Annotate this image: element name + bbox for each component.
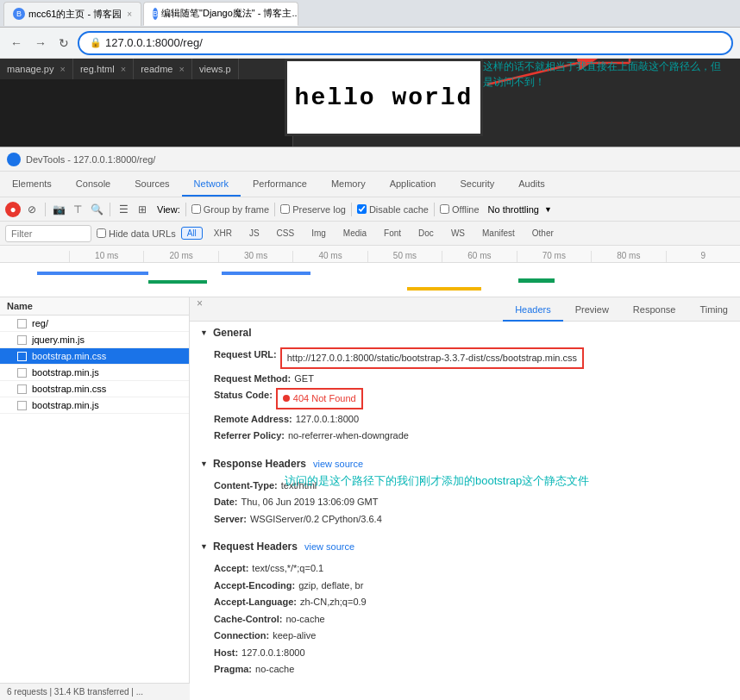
hide-data-urls-checkbox[interactable]: [97, 228, 106, 238]
hello-world-text: hello world: [295, 84, 473, 111]
dt-tab-network[interactable]: Network: [182, 171, 241, 197]
group-by-frame-checkbox[interactable]: [191, 204, 201, 214]
response-headers-section-header[interactable]: Response Headers view source: [190, 453, 740, 475]
editor-tab-manage[interactable]: manage.py ×: [0, 59, 73, 79]
file-item-bootstrap-js-2[interactable]: bootstrap.min.js: [0, 397, 189, 414]
view-list-button[interactable]: ☰: [116, 202, 131, 217]
request-headers-section-header[interactable]: Request Headers view source: [190, 535, 740, 558]
disable-cache-label[interactable]: Disable cache: [357, 204, 429, 215]
dt-tab-audits[interactable]: Audits: [506, 171, 557, 197]
stop-button[interactable]: ⊘: [24, 202, 40, 217]
status-bar: 6 requests | 31.4 KB transferred | ...: [0, 683, 190, 700]
forward-button[interactable]: →: [31, 33, 50, 53]
file-item-bootstrap-js-1[interactable]: bootstrap.min.js: [0, 365, 189, 381]
toolbar-separator-5: [351, 203, 352, 216]
request-method-row: Request Method: GET: [214, 372, 730, 386]
filter-type-other[interactable]: Other: [526, 227, 560, 240]
accept-encoding-label: Accept-Encoding:: [214, 578, 295, 593]
host-label: Host:: [214, 646, 238, 660]
filter-type-doc[interactable]: Doc: [412, 227, 440, 240]
accept-language-value: zh-CN,zh;q=0.9: [300, 595, 367, 609]
dt-tab-performance[interactable]: Performance: [241, 171, 319, 197]
file-item-bootstrap-css-1[interactable]: bootstrap.min.css: [0, 348, 189, 365]
reload-button[interactable]: ↻: [55, 33, 72, 53]
file-checkbox-bootstrap-css-2[interactable]: [17, 384, 27, 394]
details-tab-response[interactable]: Response: [621, 297, 688, 322]
filter-bar: Hide data URLs All XHR JS CSS Img Media …: [0, 222, 740, 246]
filter-type-font[interactable]: Font: [378, 227, 407, 240]
file-checkbox-bootstrap-js-2[interactable]: [17, 401, 27, 410]
accept-value: text/css,*/*;q=0.1: [252, 561, 323, 576]
filter-type-xhr[interactable]: XHR: [208, 227, 238, 240]
file-item-bootstrap-css-2[interactable]: bootstrap.min.css: [0, 381, 189, 397]
filter-type-js[interactable]: JS: [243, 227, 266, 240]
file-item-reg[interactable]: reg/: [0, 316, 189, 332]
filter-type-img[interactable]: Img: [305, 227, 332, 240]
file-checkbox-bootstrap-js-1[interactable]: [17, 368, 27, 378]
tab-close-main[interactable]: ×: [127, 9, 132, 19]
general-section-header[interactable]: General: [190, 322, 740, 344]
dt-tab-application[interactable]: Application: [378, 171, 448, 197]
tab-active[interactable]: B 编辑随笔"Django魔法" - 博客主... ×: [143, 2, 298, 26]
details-tab-timing[interactable]: Timing: [687, 297, 740, 322]
hello-world-box: hello world: [285, 59, 483, 136]
filter-type-manifest[interactable]: Manifest: [476, 227, 521, 240]
editor-tab-close-reg[interactable]: ×: [121, 64, 126, 74]
dt-tab-elements[interactable]: Elements: [0, 171, 64, 197]
ruler-mark-90ms: 9: [666, 251, 740, 262]
timeline-bars: [0, 263, 740, 297]
dt-tab-console[interactable]: Console: [64, 171, 122, 197]
details-close-button[interactable]: ×: [190, 297, 210, 321]
details-tab-preview[interactable]: Preview: [563, 297, 621, 322]
offline-label[interactable]: Offline: [440, 204, 480, 215]
details-tab-headers[interactable]: Headers: [503, 297, 563, 322]
preserve-log-checkbox[interactable]: [280, 204, 290, 214]
search-button[interactable]: 🔍: [89, 202, 104, 217]
pragma-row: Pragma: no-cache: [214, 662, 730, 677]
lock-icon: 🔒: [90, 37, 102, 48]
request-url-row: Request URL: http://127.0.0.1:8000/stati…: [214, 347, 730, 369]
editor-tab-close-manage[interactable]: ×: [60, 64, 66, 74]
offline-checkbox[interactable]: [440, 204, 449, 214]
general-section-content: Request URL: http://127.0.0.1:8000/stati…: [190, 344, 740, 453]
editor-tab-reg[interactable]: reg.html ×: [73, 59, 134, 79]
dt-tab-security[interactable]: Security: [448, 171, 506, 197]
tab-main[interactable]: B mcc61的主页 - 博客园 ×: [3, 2, 141, 26]
host-value: 127.0.0.1:8000: [241, 646, 304, 660]
disable-cache-checkbox[interactable]: [357, 204, 367, 214]
dt-tab-memory[interactable]: Memory: [319, 171, 378, 197]
timeline[interactable]: 10 ms 20 ms 30 ms 40 ms 50 ms 60 ms 70 m…: [0, 246, 740, 297]
toolbar-separator-6: [434, 203, 435, 216]
response-headers-view-source[interactable]: view source: [313, 459, 363, 469]
record-button[interactable]: ●: [5, 202, 21, 217]
preserve-log-label[interactable]: Preserve log: [280, 204, 346, 215]
ruler-mark-30ms: 30 ms: [218, 251, 292, 262]
filter-type-all[interactable]: All: [181, 227, 203, 240]
editor-tab-readme[interactable]: readme ×: [134, 59, 192, 79]
dt-tab-sources[interactable]: Sources: [122, 171, 181, 197]
file-checkbox-bootstrap-css-1[interactable]: [17, 352, 27, 361]
filter-input[interactable]: [5, 225, 91, 242]
filter-type-media[interactable]: Media: [337, 227, 373, 240]
request-headers-view-source[interactable]: view source: [304, 541, 354, 552]
cache-control-row: Cache-Control: no-cache: [214, 612, 730, 627]
referrer-row: Referrer Policy: no-referrer-when-downgr…: [214, 428, 730, 443]
editor-tab-close-readme[interactable]: ×: [179, 64, 185, 74]
file-checkbox-reg[interactable]: [17, 319, 27, 328]
group-by-frame-label[interactable]: Group by frame: [191, 204, 269, 215]
camera-button[interactable]: 📷: [51, 202, 66, 217]
filter-type-ws[interactable]: WS: [445, 227, 471, 240]
file-checkbox-jquery[interactable]: [17, 335, 27, 345]
throttling-dropdown-icon[interactable]: ▼: [544, 205, 552, 214]
file-item-jquery[interactable]: jquery.min.js: [0, 332, 189, 348]
filter-toggle-button[interactable]: ⊤: [70, 202, 85, 217]
toolbar-separator-1: [45, 203, 46, 216]
view-grid-button[interactable]: ⊞: [135, 202, 150, 217]
back-button[interactable]: ←: [7, 33, 26, 53]
address-bar[interactable]: 🔒 127.0.0.1:8000/reg/: [78, 31, 733, 55]
details-panel: × Headers Preview Response Timing Genera…: [190, 297, 740, 700]
ruler-mark-70ms: 70 ms: [517, 251, 591, 262]
filter-type-css[interactable]: CSS: [271, 227, 301, 240]
hide-data-urls-label[interactable]: Hide data URLs: [97, 228, 176, 239]
editor-tab-views[interactable]: views.p: [192, 59, 239, 79]
